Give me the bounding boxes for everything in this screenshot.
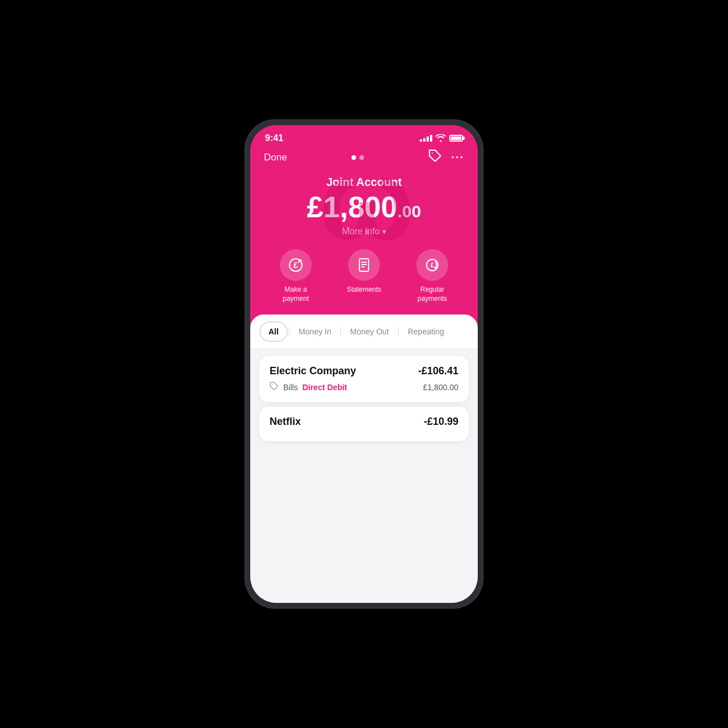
phone-frame: 9:41 Done (245, 119, 483, 609)
transaction-balance: £1,800.00 (423, 383, 458, 392)
svg-text:£: £ (431, 262, 434, 268)
transaction-top-netflix: Netflix -£10.99 (270, 416, 458, 428)
tab-repeating[interactable]: Repeating (400, 322, 452, 341)
top-nav: Done ··· (250, 147, 478, 170)
done-button[interactable]: Done (264, 152, 287, 163)
status-bar: 9:41 (250, 125, 478, 147)
dot-2 (359, 155, 364, 160)
transaction-list: Electric Company -£106.41 Bills (250, 349, 478, 448)
tag-icon[interactable] (428, 149, 442, 166)
svg-text:£: £ (293, 260, 298, 270)
make-payment-icon: £ (280, 249, 312, 281)
tab-all[interactable]: All (259, 321, 288, 342)
make-payment-button[interactable]: £ Make a payment (273, 249, 318, 303)
transaction-top: Electric Company -£106.41 (270, 365, 458, 377)
status-icons (420, 134, 463, 142)
statements-button[interactable]: Statements (341, 249, 387, 303)
chevron-down-icon: ▾ (382, 227, 386, 236)
account-name: Joint Account (250, 176, 478, 189)
category-icon (270, 382, 279, 393)
transaction-amount: -£106.41 (418, 365, 458, 377)
transaction-name: Electric Company (270, 365, 356, 377)
more-info-button[interactable]: More info ▾ (250, 226, 478, 237)
tab-divider-2 (340, 327, 341, 336)
battery-icon (449, 135, 463, 142)
category-label: Bills (283, 383, 298, 392)
transactions-area: All Money In Money Out Repeating Electri… (250, 315, 478, 603)
filter-tabs: All Money In Money Out Repeating (250, 315, 478, 349)
statements-icon (348, 249, 380, 281)
transaction-type: Direct Debit (303, 383, 348, 392)
dot-1 (351, 155, 356, 160)
account-balance: £1,800.00 (250, 192, 478, 222)
regular-payments-label: Regular payments (410, 286, 455, 303)
make-payment-label: Make a payment (273, 286, 318, 303)
signal-icon (420, 135, 432, 142)
balance-cents: .00 (398, 202, 421, 221)
balance-main: £1,800 (307, 191, 398, 224)
regular-payments-button[interactable]: £ Regular payments (410, 249, 455, 303)
tab-money-out[interactable]: Money Out (342, 322, 396, 341)
tab-divider-3 (398, 327, 399, 336)
phone-screen: 9:41 Done (250, 125, 478, 603)
regular-payments-icon: £ (416, 249, 448, 281)
action-buttons: £ Make a payment Statements (250, 240, 478, 315)
transaction-amount-netflix: -£10.99 (424, 416, 458, 428)
wifi-icon (436, 134, 446, 142)
transaction-name-netflix: Netflix (270, 416, 301, 428)
statements-label: Statements (347, 286, 382, 295)
top-actions: ··· (428, 149, 464, 166)
transaction-bottom: Bills Direct Debit £1,800.00 (270, 382, 458, 393)
transaction-meta: Bills Direct Debit (270, 382, 347, 393)
transaction-electric-company[interactable]: Electric Company -£106.41 Bills (259, 356, 469, 402)
transaction-netflix[interactable]: Netflix -£10.99 (259, 407, 469, 441)
account-info: ω Joint Account £1,800.00 More info ▾ (250, 170, 478, 240)
more-options-icon[interactable]: ··· (451, 151, 464, 164)
status-time: 9:41 (265, 133, 283, 143)
page-dots (351, 155, 364, 160)
tab-money-in[interactable]: Money In (291, 322, 340, 341)
tab-divider-1 (289, 327, 289, 336)
